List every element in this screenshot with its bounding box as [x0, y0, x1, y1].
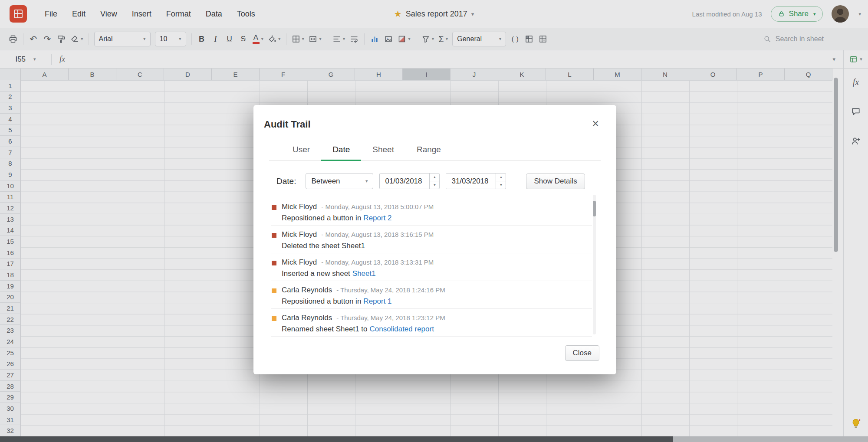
user-color-icon: [272, 205, 276, 210]
entry-user-name: Mick Floyd: [282, 258, 317, 267]
entry-timestamp: - Monday, August 13, 2018 5:00:07 PM: [321, 203, 434, 210]
dialog-header: Audit Trail ×: [253, 105, 616, 130]
dialog-title: Audit Trail: [264, 119, 311, 130]
entry-user-name: Carla Reynolds: [282, 286, 332, 295]
user-color-icon: [272, 316, 276, 321]
stepper-down-icon[interactable]: ▼: [430, 181, 439, 189]
stepper-up-icon[interactable]: ▲: [430, 174, 439, 181]
audit-entry: Mick Floyd- Monday, August 13, 2018 3:13…: [271, 253, 592, 281]
entry-action: Repositioned a button inReport 2: [282, 214, 434, 223]
user-color-icon: [272, 233, 276, 238]
date-filter-label: Date:: [276, 177, 296, 186]
show-details-button[interactable]: Show Details: [526, 174, 585, 189]
date-operator-select[interactable]: Between ▾: [306, 173, 373, 189]
date-from-input[interactable]: [380, 174, 429, 189]
list-scrollbar-thumb[interactable]: [593, 201, 596, 216]
entry-timestamp: - Thursday, May 24, 2018 1:24:16 PM: [336, 286, 445, 294]
entry-timestamp: - Thursday, May 24, 2018 1:23:12 PM: [336, 314, 445, 321]
entry-timestamp: - Monday, August 13, 2018 3:16:15 PM: [321, 231, 434, 238]
date-from-group: ▲ ▼: [379, 173, 440, 189]
entry-action: Renamed sheet Sheet1 toConsolidated repo…: [282, 325, 445, 334]
audit-entry: Carla Reynolds- Thursday, May 24, 2018 1…: [271, 309, 592, 337]
entry-action: Repositioned a button inReport 1: [282, 297, 445, 306]
tab-range[interactable]: Range: [405, 140, 452, 160]
spreadsheet-app: FileEditViewInsertFormatDataTools ★ Sale…: [0, 0, 868, 442]
entry-timestamp: - Monday, August 13, 2018 3:13:31 PM: [321, 259, 434, 266]
audit-entries-list[interactable]: Mick Floyd- Monday, August 13, 2018 5:00…: [271, 198, 592, 337]
user-color-icon: [272, 288, 276, 293]
entry-user-name: Carla Reynolds: [282, 314, 332, 322]
date-to-group: ▲ ▼: [446, 173, 506, 189]
close-icon[interactable]: ×: [592, 119, 599, 128]
audit-entry: Carla Reynolds- Thursday, May 24, 2018 1…: [271, 281, 592, 309]
entry-user-name: Mick Floyd: [282, 203, 317, 211]
date-operator-value: Between: [311, 177, 340, 186]
user-color-icon: [272, 261, 276, 265]
audit-entry: Mick Floyd- Monday, August 13, 2018 3:16…: [271, 226, 592, 253]
entry-link[interactable]: Report 2: [363, 214, 391, 222]
list-scrollbar[interactable]: [593, 195, 596, 334]
date-from-stepper[interactable]: ▲ ▼: [429, 174, 439, 189]
tab-user[interactable]: User: [281, 140, 321, 160]
audit-trail-dialog: Audit Trail × UserDateSheetRange Date: B…: [253, 105, 616, 374]
entry-link[interactable]: Report 1: [363, 297, 391, 305]
stepper-up-icon[interactable]: ▲: [496, 174, 506, 181]
date-filter-row: Date: Between ▾ ▲ ▼ ▲ ▼ Show Details: [276, 173, 616, 189]
entry-action: Deleted the sheet Sheet1: [282, 242, 434, 250]
entry-action: Inserted a new sheetSheet1: [282, 269, 434, 278]
audit-entry: Mick Floyd- Monday, August 13, 2018 5:00…: [271, 198, 592, 226]
close-button[interactable]: Close: [565, 345, 599, 361]
date-to-input[interactable]: [446, 174, 496, 189]
tab-date[interactable]: Date: [321, 140, 361, 160]
stepper-down-icon[interactable]: ▼: [496, 181, 506, 189]
entry-link[interactable]: Consolidated report: [370, 325, 434, 333]
dialog-tabs: UserDateSheetRange: [269, 140, 601, 161]
entry-link[interactable]: Sheet1: [352, 269, 376, 278]
date-to-stepper[interactable]: ▲ ▼: [496, 174, 506, 189]
tab-sheet[interactable]: Sheet: [361, 140, 405, 160]
chevron-down-icon: ▾: [365, 179, 368, 183]
entry-user-name: Mick Floyd: [282, 230, 317, 239]
dialog-footer: Close: [565, 345, 599, 361]
